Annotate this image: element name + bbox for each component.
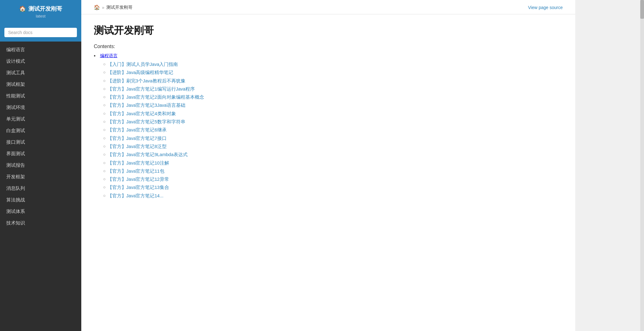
nav-link[interactable]: 界面测试	[0, 148, 81, 160]
sub-toc-link[interactable]: 【入门】测试人员学Java入门指南	[108, 61, 178, 67]
sub-toc-item: ○【官方】Java官方笔记9Lambda表达式	[103, 151, 350, 158]
home-icon: 🏠	[19, 5, 26, 12]
nav-link[interactable]: 测试工具	[0, 67, 81, 79]
nav-link[interactable]: 消息队列	[0, 183, 81, 194]
sidebar-version: latest	[36, 14, 45, 18]
nav-link[interactable]: 设计模式	[0, 56, 81, 67]
right-panel	[575, 0, 644, 331]
nav-link[interactable]: 技术知识	[0, 217, 81, 229]
sub-toc-link[interactable]: 【官方】Java官方笔记10注解	[108, 160, 169, 166]
toc-item: •编程语言○【入门】测试人员学Java入门指南○【进阶】Java高级编程精华笔记…	[94, 53, 350, 199]
toc-bullet: •	[94, 53, 96, 59]
sub-toc-circle: ○	[103, 86, 106, 91]
nav-item: 接口测试	[0, 136, 81, 148]
sub-toc-circle: ○	[103, 193, 106, 198]
sub-toc-item: ○【官方】Java官方笔记5数字和字符串	[103, 119, 350, 125]
sub-toc-link[interactable]: 【官方】Java官方笔记9Lambda表达式	[108, 151, 188, 158]
sub-toc-item: ○【官方】Java官方笔记13集合	[103, 184, 350, 190]
sub-toc-link[interactable]: 【官方】Java官方笔记7接口	[108, 135, 167, 141]
nav-item: 测试体系	[0, 206, 81, 217]
sub-toc-circle: ○	[103, 161, 106, 165]
sub-toc-circle: ○	[103, 95, 106, 99]
sub-toc-item: ○【官方】Java官方笔记6继承	[103, 127, 350, 133]
nav-item: 技术知识	[0, 217, 81, 229]
sub-toc-item: ○【官方】Java官方笔记10注解	[103, 160, 350, 166]
sub-toc-link[interactable]: 【官方】Java官方笔记8泛型	[108, 143, 167, 150]
sub-toc-circle: ○	[103, 62, 106, 67]
sub-toc-link[interactable]: 【进阶】刷完3个Java教程后不再犹豫	[108, 78, 185, 84]
nav-item: 白盒测试	[0, 125, 81, 136]
sub-toc-item: ○【官方】Java官方笔记11包	[103, 168, 350, 174]
sub-toc-link[interactable]: 【官方】Java官方笔记6继承	[108, 127, 167, 133]
nav-item: 测试报告	[0, 160, 81, 171]
contents-label: Contents:	[94, 44, 350, 49]
sub-toc-item: ○【官方】Java官方笔记14...	[103, 193, 350, 199]
breadcrumb-home-icon: 🏠	[94, 4, 100, 10]
topbar: 🏠 » 测试开发刚哥 View page source	[81, 0, 575, 14]
nav-link[interactable]: 算法挑战	[0, 194, 81, 206]
nav-link[interactable]: 开发框架	[0, 171, 81, 183]
breadcrumb-separator: »	[102, 5, 104, 10]
nav-link[interactable]: 接口测试	[0, 136, 81, 148]
sub-toc-circle: ○	[103, 185, 106, 190]
sub-toc-link[interactable]: 【官方】Java官方笔记5数字和字符串	[108, 119, 185, 125]
sub-toc-item: ○【官方】Java官方笔记3Java语言基础	[103, 102, 350, 108]
nav-link[interactable]: 测试报告	[0, 160, 81, 171]
nav-item: 测试工具	[0, 67, 81, 79]
nav-item: 测试框架	[0, 79, 81, 90]
sub-toc-item: ○【官方】Java官方笔记1编写运行Java程序	[103, 86, 350, 92]
sub-toc-circle: ○	[103, 78, 106, 83]
sub-toc-item: ○【进阶】刷完3个Java教程后不再犹豫	[103, 78, 350, 84]
sub-toc-link[interactable]: 【官方】Java官方笔记2面向对象编程基本概念	[108, 94, 204, 100]
sub-toc-circle: ○	[103, 177, 106, 181]
scrollbar-thumb[interactable]	[640, 0, 644, 19]
view-source-link[interactable]: View page source	[528, 5, 563, 10]
nav-item: 开发框架	[0, 171, 81, 183]
nav-link[interactable]: 测试环境	[0, 102, 81, 113]
nav-link[interactable]: 白盒测试	[0, 125, 81, 136]
search-container	[0, 25, 81, 42]
sub-toc-link[interactable]: 【官方】Java官方笔记14...	[108, 193, 164, 199]
page-title: 测试开发刚哥	[94, 24, 350, 37]
sub-toc-circle: ○	[103, 103, 106, 107]
sidebar-title: 测试开发刚哥	[28, 5, 62, 12]
nav-link[interactable]: 测试体系	[0, 206, 81, 217]
sub-toc-link[interactable]: 【官方】Java官方笔记4类和对象	[108, 111, 176, 117]
nav-list: 编程语言设计模式测试工具测试框架性能测试测试环境单元测试白盒测试接口测试界面测试…	[0, 42, 81, 231]
nav-item: 性能测试	[0, 90, 81, 102]
sidebar-title-row: 🏠 测试开发刚哥	[19, 5, 62, 12]
sub-toc-list: ○【入门】测试人员学Java入门指南○【进阶】Java高级编程精华笔记○【进阶】…	[94, 61, 350, 199]
toc-list: •编程语言○【入门】测试人员学Java入门指南○【进阶】Java高级编程精华笔记…	[94, 53, 350, 199]
sidebar-header: 🏠 测试开发刚哥 latest	[0, 0, 81, 25]
sub-toc-item: ○【官方】Java官方笔记2面向对象编程基本概念	[103, 94, 350, 100]
nav-link[interactable]: 测试框架	[0, 79, 81, 90]
nav-item: 消息队列	[0, 183, 81, 194]
nav-link[interactable]: 编程语言	[0, 44, 81, 56]
toc-link[interactable]: 编程语言	[100, 53, 118, 59]
content-area: 测试开发刚哥 Contents: •编程语言○【入门】测试人员学Java入门指南…	[81, 14, 363, 215]
sub-toc-item: ○【官方】Java官方笔记7接口	[103, 135, 350, 141]
sub-toc-circle: ○	[103, 111, 106, 116]
sub-toc-link[interactable]: 【官方】Java官方笔记1编写运行Java程序	[108, 86, 195, 92]
sub-toc-link[interactable]: 【官方】Java官方笔记11包	[108, 168, 164, 174]
breadcrumb: 🏠 » 测试开发刚哥	[94, 4, 133, 10]
sub-toc-link[interactable]: 【官方】Java官方笔记12异常	[108, 176, 169, 182]
sub-toc-link[interactable]: 【官方】Java官方笔记13集合	[108, 184, 169, 190]
sub-toc-circle: ○	[103, 144, 106, 149]
nav-link[interactable]: 单元测试	[0, 113, 81, 125]
sub-toc-circle: ○	[103, 70, 106, 75]
sub-toc-link[interactable]: 【进阶】Java高级编程精华笔记	[108, 69, 174, 76]
nav-link[interactable]: 性能测试	[0, 90, 81, 102]
sub-toc-link[interactable]: 【官方】Java官方笔记3Java语言基础	[108, 102, 185, 108]
main-content: 🏠 » 测试开发刚哥 View page source 测试开发刚哥 Conte…	[81, 0, 575, 331]
sub-toc-circle: ○	[103, 127, 106, 132]
nav-item: 测试环境	[0, 102, 81, 113]
sub-toc-circle: ○	[103, 119, 106, 124]
sub-toc-item: ○【进阶】Java高级编程精华笔记	[103, 69, 350, 76]
nav-item: 界面测试	[0, 148, 81, 160]
sub-toc-circle: ○	[103, 169, 106, 173]
sub-toc-circle: ○	[103, 152, 106, 157]
sub-toc-item: ○【官方】Java官方笔记4类和对象	[103, 111, 350, 117]
search-input[interactable]	[4, 28, 77, 37]
scrollbar[interactable]	[640, 0, 644, 331]
